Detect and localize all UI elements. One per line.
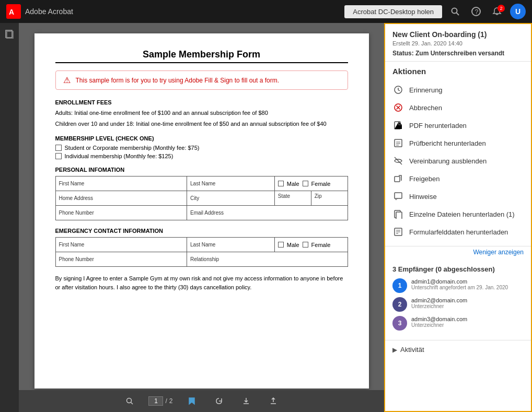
relationship-cell[interactable]: Relationship	[187, 252, 348, 267]
main-content: Sample Membership Form ⚠ This sample for…	[0, 23, 532, 412]
first-name-cell[interactable]: First Name	[55, 176, 187, 191]
page-indicator: / 2	[148, 396, 172, 406]
zip-cell[interactable]: Zip	[311, 191, 348, 205]
emergency-table: First Name Last Name Male Female	[55, 237, 348, 267]
document-scroll[interactable]: Sample Membership Form ⚠ This sample for…	[19, 23, 384, 390]
document-area: Sample Membership Form ⚠ This sample for…	[19, 23, 384, 412]
recipient-2-role: Unterzeichner	[411, 303, 467, 309]
emerg-female-checkbox[interactable]	[303, 242, 308, 248]
rp-title: New Client On-boarding (1)	[392, 30, 524, 39]
weniger-button[interactable]: Weniger anzeigen	[385, 246, 531, 260]
status-label: Status:	[392, 50, 414, 57]
upload-button[interactable]	[265, 395, 282, 407]
download-form-label: Formularfelddaten herunterladen	[409, 228, 508, 236]
gender-cell: Male Female	[274, 176, 348, 191]
enrollment-line1: Adults: Initial one-time enrollment fee …	[55, 109, 348, 117]
recipient-3-avatar: 3	[392, 316, 407, 331]
action-download-pdf[interactable]: PDF herunterladen	[392, 116, 524, 134]
bookmark-icon	[188, 397, 196, 405]
search-doc-button[interactable]	[121, 395, 138, 407]
membership-option1-checkbox[interactable]	[55, 145, 62, 151]
notes-label: Hinweise	[409, 193, 437, 201]
download-report-label: Prüfbericht herunterladen	[409, 139, 486, 147]
table-row: Home Address City State Zip	[55, 191, 348, 206]
document-title: Sample Membership Form	[55, 49, 348, 60]
app-name: Adobe Acrobat	[25, 7, 73, 16]
email-cell[interactable]: Email Address	[187, 206, 348, 220]
phone-cell[interactable]: Phone Number	[55, 206, 187, 220]
download-pdf-label: PDF herunterladen	[409, 122, 467, 130]
recipient-2-email: admin2@domain.com	[411, 297, 467, 303]
help-icon-button[interactable]: ?	[468, 5, 484, 18]
acrobat-logo-icon: A	[6, 4, 21, 19]
action-reminder[interactable]: Erinnerung	[392, 81, 524, 99]
rp-status: Status: Zum Unterschreiben versandt	[392, 50, 524, 57]
recipient-1-role: Unterschrift angefordert am 29. Jan. 202…	[411, 285, 508, 290]
recipient-3-role: Unterzeichner	[411, 322, 467, 328]
membership-option2-row: Individual membership (Monthly fee: $125…	[55, 153, 348, 159]
action-share[interactable]: Freigeben	[392, 170, 524, 187]
action-download-report[interactable]: Prüfbericht herunterladen	[392, 134, 524, 152]
male-checkbox[interactable]	[278, 181, 284, 186]
home-address-label: Home Address	[59, 195, 184, 201]
warning-text: This sample form is for you to try using…	[76, 77, 280, 84]
recipients-title: 3 Empfänger (0 abgeschlossen)	[392, 265, 524, 273]
svg-line-3	[457, 13, 459, 16]
zip-label: Zip	[315, 193, 344, 199]
recipient-3: 3 admin3@domain.com Unterzeichner	[392, 316, 524, 331]
sidebar-pages-icon[interactable]	[5, 29, 14, 41]
personal-title: PERSONAL INFOMATION	[55, 167, 348, 173]
rotate-button[interactable]	[211, 395, 227, 407]
search-icon	[450, 7, 460, 16]
pdf-icon	[392, 120, 404, 131]
first-name-label: First Name	[59, 181, 184, 186]
recipient-1-info: admin1@domain.com Unterschrift angeforde…	[411, 278, 508, 290]
city-cell[interactable]: City	[187, 191, 275, 206]
state-cell[interactable]: State	[275, 191, 311, 205]
search-button[interactable]: Acrobat DC-Desktop holen	[344, 5, 442, 18]
emerg-male-checkbox[interactable]	[278, 242, 284, 248]
last-name-cell[interactable]: Last Name	[187, 176, 275, 191]
action-hide[interactable]: Vereinbarung ausblenden	[392, 152, 524, 170]
male-label: Male	[287, 181, 299, 187]
membership-title: MEMBERSHIP LEVEL (CHECK ONE)	[55, 135, 348, 142]
search-icon-button[interactable]	[447, 5, 463, 18]
download-icon	[242, 397, 250, 405]
membership-option2-label: Individual membership (Monthly fee: $125…	[65, 153, 174, 159]
recipient-2-info: admin2@domain.com Unterzeichner	[411, 297, 467, 309]
warning-banner: ⚠ This sample form is for you to try usi…	[55, 70, 348, 90]
notifications-button[interactable]: 2	[489, 5, 505, 18]
right-panel: New Client On-boarding (1) Erstellt 29. …	[384, 23, 532, 412]
emerg-first-name-label: First Name	[59, 242, 184, 248]
upload-icon	[269, 397, 277, 405]
action-download-form[interactable]: Formularfelddaten herunterladen	[392, 223, 524, 241]
membership-option2-checkbox[interactable]	[55, 153, 62, 159]
female-checkbox[interactable]	[303, 181, 308, 186]
emerg-last-name-cell[interactable]: Last Name	[187, 238, 275, 252]
page-number-input[interactable]	[148, 396, 163, 406]
download-files-label: Einzelne Dateien herunterladen (1)	[409, 210, 515, 218]
user-avatar-button[interactable]: U	[510, 4, 526, 19]
home-address-cell[interactable]: Home Address	[55, 191, 187, 206]
state-zip-cell: State Zip	[274, 191, 348, 206]
download-button[interactable]	[238, 395, 255, 407]
table-row: Phone Number Relationship	[55, 252, 348, 267]
agreement-text: By signing I Agree to enter a Sample Gym…	[55, 274, 348, 291]
recipient-1-avatar: 1	[392, 278, 407, 293]
recipient-1-email: admin1@domain.com	[411, 278, 508, 285]
recipient-3-info: admin3@domain.com Unterzeichner	[411, 316, 467, 328]
action-cancel[interactable]: Abbrechen	[392, 99, 524, 116]
emerg-phone-cell[interactable]: Phone Number	[55, 252, 187, 267]
rp-header: New Client On-boarding (1) Erstellt 29. …	[385, 24, 531, 62]
recipients-section: 3 Empfänger (0 abgeschlossen) 1 admin1@d…	[385, 260, 531, 340]
activity-arrow-icon: ▶	[392, 346, 397, 354]
emerg-first-name-cell[interactable]: First Name	[55, 238, 187, 252]
action-download-files[interactable]: Einzelne Dateien herunterladen (1)	[392, 205, 524, 223]
action-notes[interactable]: Hinweise	[392, 187, 524, 205]
activity-toggle[interactable]: ▶ Aktivität	[392, 346, 524, 354]
pages-icon	[5, 29, 14, 39]
svg-point-8	[127, 398, 132, 403]
hide-icon	[392, 155, 404, 167]
bookmark-button[interactable]	[183, 395, 200, 407]
emergency-title: EMERGENCY CONTACT INFORMATION	[55, 228, 348, 234]
